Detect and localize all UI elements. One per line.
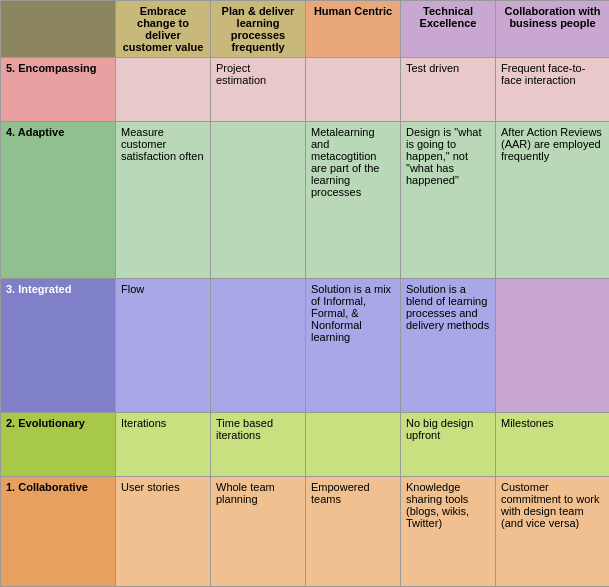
row-encompassing: 5. Encompassing Project estimation Test … (1, 58, 610, 122)
row2-col2: Time based iterations (211, 412, 306, 476)
row3-col4: Solution is a blend of learning processe… (401, 278, 496, 412)
row4-col1: Measure customer satisfaction often (116, 121, 211, 278)
header-col1: Embrace change to deliver customer value (116, 1, 211, 58)
row1-col2: Whole team planning (211, 476, 306, 586)
row1-col5: Customer commitment to work with design … (496, 476, 610, 586)
row1-col3: Empowered teams (306, 476, 401, 586)
row-collaborative: 1. Collaborative User stories Whole team… (1, 476, 610, 586)
header-col5: Collaboration with business people (496, 1, 610, 58)
header-row: Embrace change to deliver customer value… (1, 1, 610, 58)
header-col2: Plan & deliver learning processes freque… (211, 1, 306, 58)
row4-col4: Design is "what is going to happen," not… (401, 121, 496, 278)
row4-col5: After Action Reviews (AAR) are employed … (496, 121, 610, 278)
row3-col5 (496, 278, 610, 412)
row5-col3 (306, 58, 401, 122)
row5-col2: Project estimation (211, 58, 306, 122)
row3-col2 (211, 278, 306, 412)
row2-col3 (306, 412, 401, 476)
row-integrated: 3. Integrated Flow Solution is a mix of … (1, 278, 610, 412)
header-col0 (1, 1, 116, 58)
row5-col4: Test driven (401, 58, 496, 122)
row2-label: 2. Evolutionary (1, 412, 116, 476)
row-evolutionary: 2. Evolutionary Iterations Time based it… (1, 412, 610, 476)
row1-col4: Knowledge sharing tools (blogs, wikis, T… (401, 476, 496, 586)
row3-label: 3. Integrated (1, 278, 116, 412)
row1-col1: User stories (116, 476, 211, 586)
header-col4: Technical Excellence (401, 1, 496, 58)
row3-col1: Flow (116, 278, 211, 412)
row3-col3: Solution is a mix of Informal, Formal, &… (306, 278, 401, 412)
header-col3: Human Centric (306, 1, 401, 58)
row-adaptive: 4. Adaptive Measure customer satisfactio… (1, 121, 610, 278)
row4-col2 (211, 121, 306, 278)
row2-col4: No big design upfront (401, 412, 496, 476)
row5-label: 5. Encompassing (1, 58, 116, 122)
row4-col3: Metalearning and metacogtition are part … (306, 121, 401, 278)
row4-label: 4. Adaptive (1, 121, 116, 278)
row2-col1: Iterations (116, 412, 211, 476)
row5-col1 (116, 58, 211, 122)
row2-col5: Milestones (496, 412, 610, 476)
row5-col5: Frequent face-to-face interaction (496, 58, 610, 122)
row1-label: 1. Collaborative (1, 476, 116, 586)
